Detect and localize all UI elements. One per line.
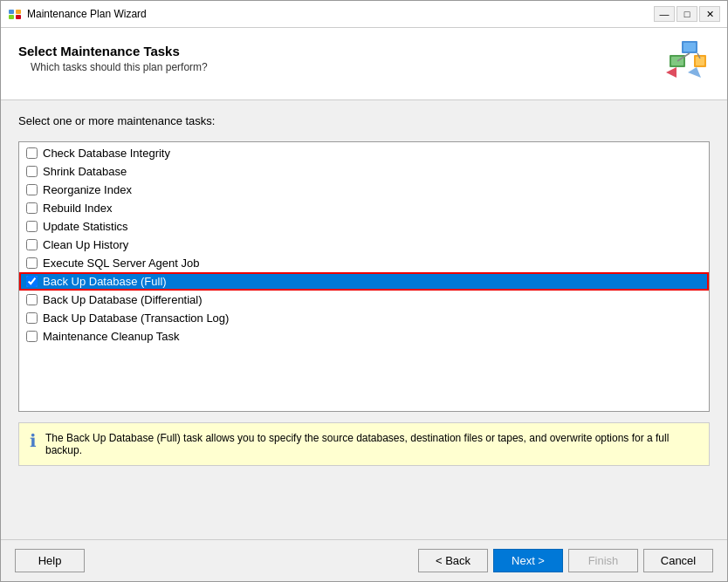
- task-label-cleanup-task: Maintenance Cleanup Task: [43, 330, 180, 343]
- svg-rect-1: [16, 10, 21, 14]
- task-item-reorganize-index[interactable]: Reorganize Index: [19, 181, 709, 199]
- task-item-shrink-db[interactable]: Shrink Database: [19, 162, 709, 181]
- window-title: Maintenance Plan Wizard: [27, 8, 649, 20]
- svg-rect-5: [683, 43, 696, 51]
- svg-rect-3: [16, 15, 21, 19]
- task-checkbox-shrink-db[interactable]: [26, 166, 38, 177]
- task-checkbox-clean-history[interactable]: [26, 239, 38, 250]
- header-graphic: [657, 39, 710, 87]
- page-title: Select Maintenance Tasks: [18, 44, 208, 58]
- svg-rect-2: [9, 15, 14, 19]
- task-item-clean-history[interactable]: Clean Up History: [19, 236, 709, 254]
- info-box: ℹ The Back Up Database (Full) task allow…: [18, 422, 710, 466]
- task-label-shrink-db: Shrink Database: [43, 165, 127, 178]
- svg-rect-0: [9, 10, 14, 14]
- content-area: Select Maintenance Tasks Which tasks sho…: [1, 28, 727, 539]
- instructions-label: Select one or more maintenance tasks:: [18, 114, 710, 127]
- task-checkbox-cleanup-task[interactable]: [26, 331, 38, 342]
- window-controls: — □ ✕: [654, 6, 720, 22]
- help-button[interactable]: Help: [15, 549, 85, 572]
- task-item-rebuild-index[interactable]: Rebuild Index: [19, 199, 709, 217]
- window-icon: [8, 7, 22, 21]
- svg-marker-12: [688, 67, 701, 78]
- main-body: Select one or more maintenance tasks: Ch…: [1, 100, 727, 539]
- task-checkbox-reorganize-index[interactable]: [26, 184, 38, 195]
- task-checkbox-update-stats[interactable]: [26, 221, 38, 232]
- task-label-backup-log: Back Up Database (Transaction Log): [43, 312, 229, 325]
- task-label-update-stats: Update Statistics: [43, 220, 128, 233]
- info-text: The Back Up Database (Full) task allows …: [45, 432, 698, 456]
- task-item-update-stats[interactable]: Update Statistics: [19, 217, 709, 236]
- task-label-backup-diff: Back Up Database (Differential): [43, 293, 203, 306]
- main-window: Maintenance Plan Wizard — □ ✕ Select Mai…: [0, 0, 728, 582]
- maximize-button[interactable]: □: [676, 6, 697, 22]
- task-checkbox-backup-diff[interactable]: [26, 294, 38, 305]
- info-icon: ℹ: [30, 430, 37, 451]
- task-item-cleanup-task[interactable]: Maintenance Cleanup Task: [19, 327, 709, 346]
- minimize-button[interactable]: —: [654, 6, 675, 22]
- footer-left: Help: [15, 549, 85, 572]
- task-checkbox-check-integrity[interactable]: [26, 147, 38, 159]
- header-section: Select Maintenance Tasks Which tasks sho…: [1, 28, 727, 100]
- task-checkbox-backup-full[interactable]: [26, 276, 38, 287]
- task-label-reorganize-index: Reorganize Index: [43, 183, 132, 196]
- task-item-backup-diff[interactable]: Back Up Database (Differential): [19, 291, 709, 309]
- next-button[interactable]: Next >: [493, 549, 563, 572]
- task-item-execute-sql[interactable]: Execute SQL Server Agent Job: [19, 254, 709, 272]
- footer: Help < Back Next > Finish Cancel: [1, 539, 727, 581]
- task-item-check-integrity[interactable]: Check Database Integrity: [19, 144, 709, 162]
- finish-button[interactable]: Finish: [568, 549, 638, 572]
- title-bar: Maintenance Plan Wizard — □ ✕: [1, 1, 727, 28]
- back-button[interactable]: < Back: [418, 549, 488, 572]
- task-label-clean-history: Clean Up History: [43, 238, 128, 251]
- task-label-execute-sql: Execute SQL Server Agent Job: [43, 257, 199, 270]
- cancel-button[interactable]: Cancel: [643, 549, 713, 572]
- header-text: Select Maintenance Tasks Which tasks sho…: [18, 44, 208, 73]
- task-checkbox-backup-log[interactable]: [26, 312, 38, 324]
- task-checkbox-execute-sql[interactable]: [26, 257, 38, 269]
- page-subtitle: Which tasks should this plan perform?: [31, 61, 208, 73]
- task-label-check-integrity: Check Database Integrity: [43, 147, 170, 160]
- tasks-listbox[interactable]: Check Database IntegrityShrink DatabaseR…: [18, 141, 710, 412]
- footer-right: < Back Next > Finish Cancel: [92, 549, 713, 572]
- task-item-backup-log[interactable]: Back Up Database (Transaction Log): [19, 309, 709, 327]
- task-label-rebuild-index: Rebuild Index: [43, 202, 113, 215]
- task-checkbox-rebuild-index[interactable]: [26, 202, 38, 214]
- svg-marker-13: [666, 67, 676, 78]
- task-item-backup-full[interactable]: Back Up Database (Full): [19, 272, 709, 291]
- close-button[interactable]: ✕: [699, 6, 720, 22]
- task-label-backup-full: Back Up Database (Full): [43, 275, 167, 288]
